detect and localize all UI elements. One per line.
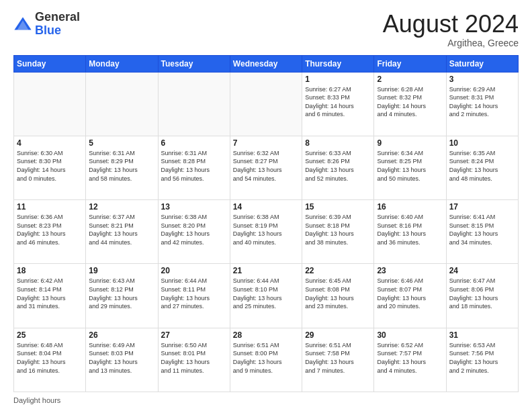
calendar-cell <box>14 72 86 136</box>
calendar-week-row: 18Sunrise: 6:42 AM Sunset: 8:14 PM Dayli… <box>14 264 519 328</box>
day-detail: Sunrise: 6:31 AM Sunset: 8:29 PM Dayligh… <box>89 149 154 183</box>
day-detail: Sunrise: 6:53 AM Sunset: 7:56 PM Dayligh… <box>449 341 515 375</box>
day-detail: Sunrise: 6:34 AM Sunset: 8:25 PM Dayligh… <box>377 149 443 183</box>
calendar-cell: 3Sunrise: 6:29 AM Sunset: 8:31 PM Daylig… <box>446 72 518 136</box>
day-detail: Sunrise: 6:51 AM Sunset: 7:58 PM Dayligh… <box>305 341 371 375</box>
calendar-cell: 12Sunrise: 6:37 AM Sunset: 8:21 PM Dayli… <box>86 200 158 264</box>
day-detail: Sunrise: 6:47 AM Sunset: 8:06 PM Dayligh… <box>449 277 515 310</box>
day-detail: Sunrise: 6:46 AM Sunset: 8:07 PM Dayligh… <box>377 277 443 310</box>
day-number: 31 <box>449 330 515 340</box>
calendar-cell: 21Sunrise: 6:44 AM Sunset: 8:10 PM Dayli… <box>230 264 302 328</box>
logo-text: General Blue <box>35 11 80 38</box>
day-detail: Sunrise: 6:37 AM Sunset: 8:21 PM Dayligh… <box>89 213 154 246</box>
day-number: 8 <box>305 138 371 148</box>
calendar-header-monday: Monday <box>86 55 158 72</box>
day-number: 15 <box>305 202 371 212</box>
day-detail: Sunrise: 6:28 AM Sunset: 8:32 PM Dayligh… <box>377 85 443 119</box>
day-number: 18 <box>17 266 83 275</box>
day-detail: Sunrise: 6:40 AM Sunset: 8:16 PM Dayligh… <box>377 213 443 246</box>
day-number: 12 <box>89 202 154 212</box>
calendar-cell: 4Sunrise: 6:30 AM Sunset: 8:30 PM Daylig… <box>14 136 86 199</box>
day-detail: Sunrise: 6:44 AM Sunset: 8:10 PM Dayligh… <box>233 277 299 310</box>
calendar-header-sunday: Sunday <box>14 55 86 72</box>
day-detail: Sunrise: 6:45 AM Sunset: 8:08 PM Dayligh… <box>305 277 371 310</box>
calendar-cell: 30Sunrise: 6:52 AM Sunset: 7:57 PM Dayli… <box>374 328 446 392</box>
calendar-week-row: 1Sunrise: 6:27 AM Sunset: 8:33 PM Daylig… <box>14 72 519 136</box>
calendar-cell: 22Sunrise: 6:45 AM Sunset: 8:08 PM Dayli… <box>302 264 374 328</box>
calendar-cell: 24Sunrise: 6:47 AM Sunset: 8:06 PM Dayli… <box>446 264 518 328</box>
calendar-cell <box>86 72 158 136</box>
day-number: 17 <box>449 202 515 212</box>
calendar-cell: 11Sunrise: 6:36 AM Sunset: 8:23 PM Dayli… <box>14 200 86 264</box>
calendar-cell: 13Sunrise: 6:38 AM Sunset: 8:20 PM Dayli… <box>158 200 230 264</box>
calendar-cell: 28Sunrise: 6:51 AM Sunset: 8:00 PM Dayli… <box>230 328 302 392</box>
day-detail: Sunrise: 6:39 AM Sunset: 8:18 PM Dayligh… <box>305 213 371 246</box>
day-number: 5 <box>89 138 154 148</box>
day-number: 27 <box>161 330 227 340</box>
day-detail: Sunrise: 6:48 AM Sunset: 8:04 PM Dayligh… <box>17 341 83 375</box>
day-detail: Sunrise: 6:27 AM Sunset: 8:33 PM Dayligh… <box>305 85 371 119</box>
calendar-header-tuesday: Tuesday <box>158 55 230 72</box>
day-detail: Sunrise: 6:30 AM Sunset: 8:30 PM Dayligh… <box>17 149 83 183</box>
day-number: 22 <box>305 266 371 275</box>
location-subtitle: Argithea, Greece <box>383 38 519 48</box>
day-number: 13 <box>161 202 227 212</box>
day-number: 24 <box>449 266 515 275</box>
calendar-cell: 26Sunrise: 6:49 AM Sunset: 8:03 PM Dayli… <box>86 328 158 392</box>
day-detail: Sunrise: 6:35 AM Sunset: 8:24 PM Dayligh… <box>449 149 515 183</box>
day-detail: Sunrise: 6:32 AM Sunset: 8:27 PM Dayligh… <box>233 149 299 183</box>
day-number: 1 <box>305 75 371 84</box>
day-number: 30 <box>377 330 443 340</box>
calendar-header-saturday: Saturday <box>446 55 518 72</box>
day-number: 9 <box>377 138 443 148</box>
calendar-cell: 15Sunrise: 6:39 AM Sunset: 8:18 PM Dayli… <box>302 200 374 264</box>
day-detail: Sunrise: 6:42 AM Sunset: 8:14 PM Dayligh… <box>17 277 83 310</box>
page: General Blue August 2024 Argithea, Greec… <box>0 0 532 411</box>
daylight-hours-label: Daylight hours <box>13 396 60 404</box>
header: General Blue August 2024 Argithea, Greec… <box>13 11 519 48</box>
day-number: 21 <box>233 266 299 275</box>
calendar-header-wednesday: Wednesday <box>230 55 302 72</box>
day-number: 2 <box>377 75 443 84</box>
footer: Daylight hours <box>13 396 519 404</box>
day-number: 14 <box>233 202 299 212</box>
day-number: 7 <box>233 138 299 148</box>
day-detail: Sunrise: 6:44 AM Sunset: 8:11 PM Dayligh… <box>161 277 227 310</box>
calendar-cell: 2Sunrise: 6:28 AM Sunset: 8:32 PM Daylig… <box>374 72 446 136</box>
calendar-week-row: 11Sunrise: 6:36 AM Sunset: 8:23 PM Dayli… <box>14 200 519 264</box>
calendar-cell: 27Sunrise: 6:50 AM Sunset: 8:01 PM Dayli… <box>158 328 230 392</box>
day-detail: Sunrise: 6:29 AM Sunset: 8:31 PM Dayligh… <box>449 85 515 119</box>
calendar-cell: 9Sunrise: 6:34 AM Sunset: 8:25 PM Daylig… <box>374 136 446 199</box>
day-number: 19 <box>89 266 154 275</box>
calendar-cell: 17Sunrise: 6:41 AM Sunset: 8:15 PM Dayli… <box>446 200 518 264</box>
calendar-header-row: SundayMondayTuesdayWednesdayThursdayFrid… <box>14 55 519 72</box>
calendar-cell: 14Sunrise: 6:38 AM Sunset: 8:19 PM Dayli… <box>230 200 302 264</box>
day-detail: Sunrise: 6:38 AM Sunset: 8:19 PM Dayligh… <box>233 213 299 246</box>
day-number: 28 <box>233 330 299 340</box>
day-detail: Sunrise: 6:43 AM Sunset: 8:12 PM Dayligh… <box>89 277 154 310</box>
title-block: August 2024 Argithea, Greece <box>383 11 519 48</box>
day-number: 16 <box>377 202 443 212</box>
calendar-cell: 19Sunrise: 6:43 AM Sunset: 8:12 PM Dayli… <box>86 264 158 328</box>
calendar-header-friday: Friday <box>374 55 446 72</box>
calendar-cell: 29Sunrise: 6:51 AM Sunset: 7:58 PM Dayli… <box>302 328 374 392</box>
day-number: 11 <box>17 202 83 212</box>
calendar-cell: 20Sunrise: 6:44 AM Sunset: 8:11 PM Dayli… <box>158 264 230 328</box>
day-detail: Sunrise: 6:52 AM Sunset: 7:57 PM Dayligh… <box>377 341 443 375</box>
calendar-cell: 18Sunrise: 6:42 AM Sunset: 8:14 PM Dayli… <box>14 264 86 328</box>
logo: General Blue <box>13 11 80 38</box>
calendar-cell: 25Sunrise: 6:48 AM Sunset: 8:04 PM Dayli… <box>14 328 86 392</box>
day-number: 6 <box>161 138 227 148</box>
logo-general: General <box>35 10 80 24</box>
calendar-table: SundayMondayTuesdayWednesdayThursdayFrid… <box>13 55 519 392</box>
day-detail: Sunrise: 6:36 AM Sunset: 8:23 PM Dayligh… <box>17 213 83 246</box>
day-number: 20 <box>161 266 227 275</box>
calendar-cell <box>230 72 302 136</box>
day-detail: Sunrise: 6:49 AM Sunset: 8:03 PM Dayligh… <box>89 341 154 375</box>
calendar-cell <box>158 72 230 136</box>
day-detail: Sunrise: 6:50 AM Sunset: 8:01 PM Dayligh… <box>161 341 227 375</box>
day-detail: Sunrise: 6:38 AM Sunset: 8:20 PM Dayligh… <box>161 213 227 246</box>
calendar-week-row: 25Sunrise: 6:48 AM Sunset: 8:04 PM Dayli… <box>14 328 519 392</box>
day-number: 4 <box>17 138 83 148</box>
logo-blue: Blue <box>35 24 61 37</box>
